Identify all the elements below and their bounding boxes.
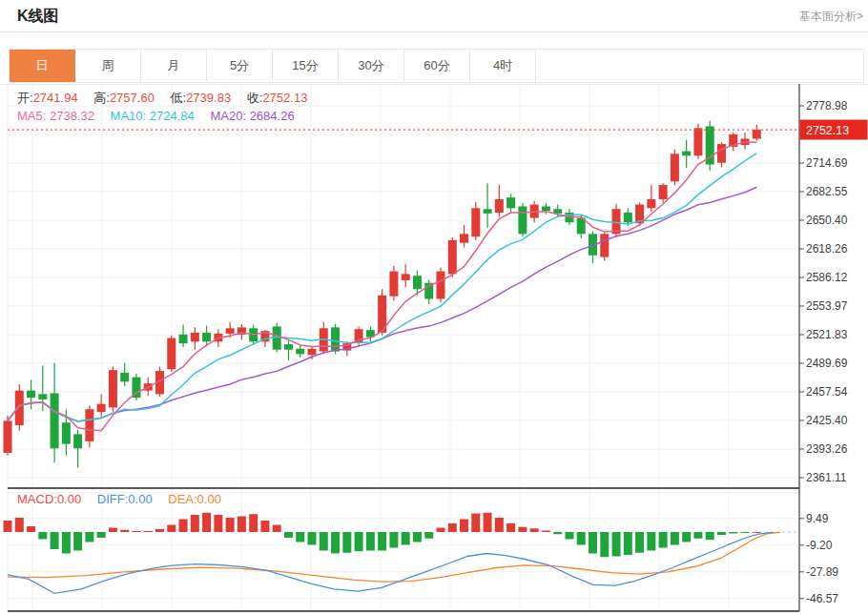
svg-text:2618.26: 2618.26 [806, 242, 848, 256]
svg-text:2682.55: 2682.55 [806, 185, 848, 198]
kline-chart-canvas[interactable]: 2778.982714.692682.552650.402618.262586.… [0, 84, 868, 614]
svg-text:2393.26: 2393.26 [806, 442, 848, 456]
tab-5min[interactable]: 5分 [207, 50, 273, 82]
svg-text:9.49: 9.49 [806, 512, 829, 525]
svg-text:2714.69: 2714.69 [806, 156, 848, 170]
tab-day[interactable]: 日 [10, 50, 75, 82]
tab-4hour[interactable]: 4时 [470, 50, 536, 82]
price-axis-labels: 2778.982714.692682.552650.402618.262586.… [799, 99, 848, 605]
grid-lines [0, 84, 868, 611]
tab-15min[interactable]: 15分 [273, 50, 339, 82]
title-divider [0, 31, 868, 32]
svg-text:2361.11: 2361.11 [806, 471, 847, 484]
svg-text:-46.57: -46.57 [806, 592, 838, 605]
svg-text:-9.20: -9.20 [806, 539, 833, 552]
svg-text:2650.40: 2650.40 [806, 214, 848, 227]
tab-month[interactable]: 月 [141, 50, 207, 82]
svg-text:2425.40: 2425.40 [806, 414, 848, 427]
fundamental-analysis-link[interactable]: 基本面分析> [799, 9, 863, 25]
macd-histogram [4, 513, 761, 557]
kline-widget: K线图 基本面分析> 日周月5分15分30分60分4时 2778.982714.… [0, 0, 868, 614]
svg-text:2489.69: 2489.69 [806, 357, 848, 370]
ma10-line [8, 154, 756, 421]
tab-week[interactable]: 周 [75, 50, 141, 82]
tab-30min[interactable]: 30分 [339, 50, 404, 82]
svg-text:2521.83: 2521.83 [806, 328, 848, 341]
svg-text:2586.12: 2586.12 [806, 271, 848, 284]
svg-text:-27.89: -27.89 [806, 565, 838, 579]
tab-strip-filler [536, 50, 863, 82]
ma5-line [8, 142, 756, 431]
svg-text:2553.97: 2553.97 [806, 299, 848, 313]
title-bar: K线图 基本面分析> [0, 0, 868, 31]
svg-text:2778.98: 2778.98 [806, 99, 848, 113]
page-title: K线图 [17, 7, 59, 27]
timeframe-tabs: 日周月5分15分30分60分4时 [9, 49, 864, 83]
current-price-badge: 2752.13 [800, 120, 868, 140]
candles [4, 121, 761, 468]
svg-text:2752.13: 2752.13 [806, 124, 849, 137]
svg-text:2457.54: 2457.54 [806, 385, 848, 399]
tab-60min[interactable]: 60分 [404, 50, 470, 82]
